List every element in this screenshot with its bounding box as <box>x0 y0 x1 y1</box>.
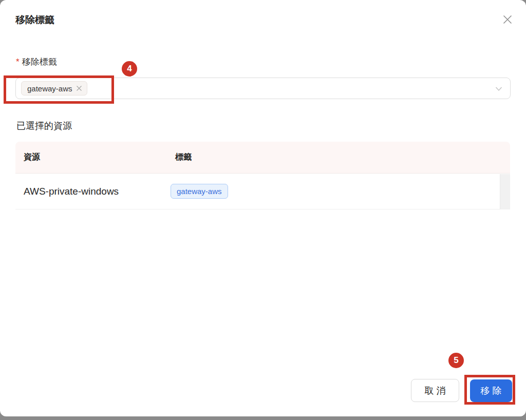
tag-select-input[interactable]: gateway-aws <box>15 78 511 99</box>
resources-table: 資源 標籤 AWS-private-windows gateway-aws <box>15 142 510 209</box>
step-badge-5: 5 <box>448 353 464 368</box>
selected-tag-chip: gateway-aws <box>21 81 87 96</box>
table-row: AWS-private-windows gateway-aws <box>15 174 510 209</box>
table-scrollbar[interactable] <box>500 174 510 209</box>
step-badge-4: 4 <box>122 61 137 77</box>
resource-tag-badge: gateway-aws <box>171 184 228 199</box>
required-asterisk: * <box>16 57 20 67</box>
field-label-text: 移除標籤 <box>22 57 57 67</box>
selected-tag-label: gateway-aws <box>27 84 72 93</box>
chevron-down-icon[interactable] <box>495 85 503 93</box>
selected-resources-label: 已選擇的資源 <box>16 120 72 132</box>
close-icon[interactable] <box>501 13 514 26</box>
modal-title: 移除標籤 <box>15 13 54 27</box>
remove-tag-modal: 移除標籤 *移除標籤 gateway-aws 4 已選擇的資源 資源 標 <box>0 0 526 416</box>
field-label: *移除標籤 <box>16 56 57 68</box>
cancel-button[interactable]: 取 消 <box>411 379 459 402</box>
table-header-row: 資源 標籤 <box>15 142 510 174</box>
column-header-tag: 標籤 <box>175 152 192 163</box>
resource-name-cell: AWS-private-windows <box>24 186 119 197</box>
chip-remove-icon[interactable] <box>76 85 82 91</box>
remove-button[interactable]: 移 除 <box>470 379 512 402</box>
column-header-resource: 資源 <box>24 152 40 163</box>
